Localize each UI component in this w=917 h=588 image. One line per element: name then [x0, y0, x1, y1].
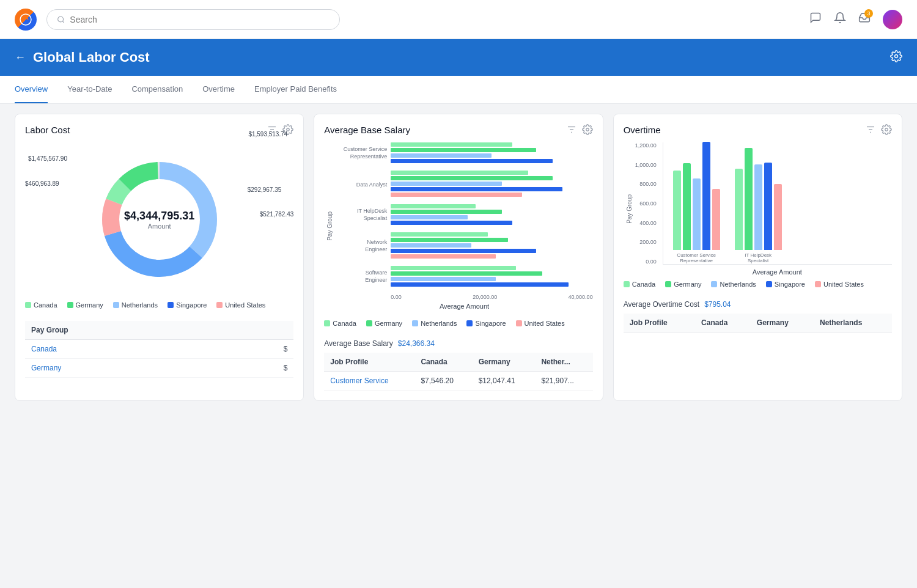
overtime-title: Overtime [624, 125, 661, 135]
col-germany: Germany [473, 353, 536, 372]
col-nether: Nether... [535, 353, 592, 372]
nav-right: 3 [809, 10, 902, 29]
gear-icon[interactable] [282, 124, 293, 135]
chat-icon[interactable] [809, 12, 822, 27]
avg-salary-header: Average Base Salary [324, 124, 592, 135]
avg-salary-title: Average Base Salary [324, 125, 410, 135]
search-bar[interactable] [46, 9, 340, 30]
main-content: Labor Cost [0, 104, 917, 411]
paygroup-germany[interactable]: Germany [25, 359, 227, 378]
tab-employer-paid-benefits[interactable]: Employer Paid Benefits [254, 76, 337, 103]
filter-icon[interactable] [267, 124, 278, 135]
cs-group-label: Customer ServiceRepresentative [677, 252, 716, 264]
overtime-table: Job Profile Canada Germany Netherlands [624, 314, 892, 333]
logo-area [15, 9, 37, 31]
col-germany2: Germany [751, 314, 814, 333]
bar-singapore-v2 [764, 163, 772, 250]
user-avatar[interactable] [883, 10, 902, 29]
legend-netherlands-label: Netherlands [122, 301, 158, 309]
cs-germany: $12,047.41 [473, 372, 536, 391]
avg-salary-stat-label: Average Base Salary [324, 339, 393, 348]
bar-usa-v [712, 189, 720, 250]
filter-icon3[interactable] [865, 124, 876, 135]
inbox-icon[interactable]: 3 [858, 12, 871, 27]
tab-overview[interactable]: Overview [15, 76, 48, 103]
bars-da [391, 171, 592, 198]
bars-it [391, 204, 592, 226]
table-row: Customer Service $7,546.20 $12,047.41 $2… [324, 372, 592, 391]
bar-row-se: SoftwareEngineer [336, 266, 592, 288]
bell-icon[interactable] [834, 12, 846, 27]
bar-germany [391, 238, 508, 242]
usa-dot [216, 302, 223, 308]
avg-salary-stat: Average Base Salary $24,366.34 [324, 339, 592, 348]
labor-cost-table: Pay Group Canada $ Germany $ [25, 321, 293, 378]
germany-dot [67, 302, 73, 308]
bar-usa-v2 [774, 184, 782, 250]
overtime-x-label: Average Amount [663, 268, 892, 276]
canada-amount: $ [227, 340, 293, 359]
bars-cs [391, 142, 592, 164]
bar-netherlands [391, 153, 492, 158]
donut-chart: $4,344,795.31 Amount [25, 142, 293, 296]
bars-cs-group [673, 142, 720, 250]
bar-label-cs: Customer ServiceRepresentative [336, 146, 391, 160]
bar-germany [391, 210, 502, 214]
col-job-profile: Job Profile [324, 353, 414, 372]
bar-netherlands [391, 243, 471, 248]
legend-usa: United States [216, 301, 265, 309]
avg-salary-icons [566, 124, 593, 135]
y-axis-label: Pay Group [324, 207, 336, 246]
search-input[interactable] [70, 15, 330, 24]
overtime-stat-value: $795.04 [704, 300, 731, 309]
profile-cs[interactable]: Customer Service [324, 372, 414, 391]
tab-compensation[interactable]: Compensation [131, 76, 183, 103]
bar-singapore [391, 221, 512, 225]
labor-cost-title: Labor Cost [25, 125, 70, 135]
bars-se [391, 266, 592, 288]
it-group-label: IT HelpDeskSpecialist [745, 252, 772, 264]
bar-label-da: Data Analyst [336, 182, 391, 188]
bar-label-se: SoftwareEngineer [336, 270, 391, 284]
bar-germany-v2 [745, 148, 753, 250]
paygroup-canada[interactable]: Canada [25, 340, 227, 359]
bar-netherlands-v [693, 178, 701, 250]
gear-icon2[interactable] [582, 124, 593, 135]
tab-ytd[interactable]: Year-to-Date [67, 76, 112, 103]
col-canada: Canada [414, 353, 472, 372]
bar-canada [391, 232, 488, 237]
tab-overtime[interactable]: Overtime [202, 76, 235, 103]
avg-base-salary-card: Average Base Salary Pay Group Customer S… [314, 114, 603, 401]
overtime-stat-label: Average Overtime Cost [624, 300, 700, 309]
back-button[interactable]: ← [15, 51, 26, 64]
bar-row-cs: Customer ServiceRepresentative [336, 142, 592, 164]
bar-usa [391, 254, 496, 259]
top-nav: 3 [0, 0, 917, 39]
donut-amount: $4,344,795.31 [124, 210, 194, 222]
bar-group-it: IT HelpDeskSpecialist [735, 148, 782, 264]
bar-singapore [391, 282, 569, 287]
col-pay-group: Pay Group [25, 321, 227, 340]
legend-germany: Germany [67, 301, 103, 309]
overtime-chart-wrap: 1,200.00 1,000.00 800.00 600.00 400.00 2… [635, 142, 892, 276]
gear-icon3[interactable] [881, 124, 892, 135]
legend-usa-label: United States [225, 301, 265, 309]
singapore-dot [168, 302, 174, 308]
settings-button[interactable] [890, 50, 902, 65]
cs-canada: $7,546.20 [414, 372, 472, 391]
bars-ne [391, 232, 592, 260]
tabs-bar: Overview Year-to-Date Compensation Overt… [0, 76, 917, 104]
bar-canada-v [673, 171, 681, 250]
salary-chart-area: Pay Group Customer ServiceRepresentative… [324, 142, 592, 310]
donut-center: $4,344,795.31 Amount [124, 210, 194, 230]
labor-cost-icons [267, 124, 293, 135]
legend-singapore-label: Singapore [176, 301, 207, 309]
filter-icon2[interactable] [566, 124, 577, 135]
overtime-stat: Average Overtime Cost $795.04 [624, 300, 892, 309]
salary-table: Job Profile Canada Germany Nether... Cus… [324, 353, 592, 391]
bar-canada [391, 142, 512, 147]
bar-canada [391, 266, 516, 270]
svg-line-1 [62, 21, 64, 22]
salary-legend: Canada Germany Netherlands Singapore Uni… [324, 315, 592, 332]
bar-usa [391, 193, 522, 197]
